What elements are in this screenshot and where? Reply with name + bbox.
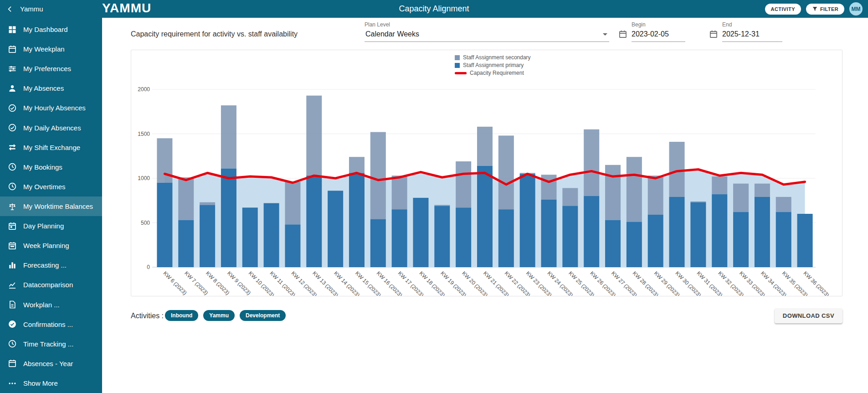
sidebar-item-label: My Shift Exchange — [23, 144, 80, 151]
calendar-icon[interactable] — [709, 30, 718, 39]
sidebar-item-my-weekplan[interactable]: My Weekplan — [0, 39, 102, 59]
end-date-input[interactable]: 2025-12-31 — [722, 28, 782, 42]
back-button[interactable] — [5, 4, 15, 14]
sidebar-item-confirmations[interactable]: Confirmations ... — [0, 315, 102, 334]
balance-icon — [8, 202, 17, 211]
legend-label: Staff Assignment primary — [463, 62, 524, 68]
sidebar-item-my-shift-exchange[interactable]: My Shift Exchange — [0, 138, 102, 157]
chart-card: Staff Assignment secondaryStaff Assignme… — [131, 50, 842, 296]
bar-primary — [242, 207, 258, 267]
bar-secondary — [392, 176, 407, 209]
activities-label: Activities : — [131, 312, 164, 320]
preferences-icon — [8, 64, 17, 73]
filter-button[interactable]: FILTER — [806, 4, 844, 15]
sidebar-item-my-preferences[interactable]: My Preferences — [0, 59, 102, 78]
activity-button[interactable]: ACTIVITY — [765, 4, 801, 15]
avatar[interactable]: MM — [849, 2, 863, 16]
calendar-icon — [8, 45, 17, 54]
line-chart-icon — [8, 280, 17, 290]
sidebar-item-my-bookings[interactable]: My Bookings — [0, 157, 102, 177]
bar-primary — [306, 176, 322, 267]
sidebar-item-label: My Bookings — [23, 163, 62, 171]
sidebar-item-my-dashboard[interactable]: My Dashboard — [0, 20, 102, 39]
bar-primary — [498, 209, 514, 267]
end-label: End — [722, 21, 782, 28]
chart-description: Capacity requirement for activity vs. st… — [131, 30, 298, 38]
bar-secondary — [690, 202, 706, 202]
legend-label: Capacity Requirement — [470, 70, 524, 76]
activity-button-label: ACTIVITY — [771, 6, 795, 12]
bar-secondary — [434, 205, 450, 206]
sidebar-item-workplan[interactable]: Workplan ... — [0, 295, 102, 315]
bar-secondary — [669, 142, 685, 197]
bar-secondary — [733, 184, 749, 212]
badge-check-icon — [8, 320, 17, 329]
svg-text:500: 500 — [141, 220, 150, 226]
bar-primary — [648, 215, 663, 267]
sidebar-item-show-more[interactable]: Show More — [0, 373, 102, 393]
sidebar-item-datacomparison[interactable]: Datacomparison — [0, 275, 102, 295]
bar-primary — [712, 194, 727, 267]
activity-chip-yammu[interactable]: Yammu — [203, 310, 235, 321]
bar-chart-icon — [8, 261, 17, 270]
appbar-actions: ACTIVITY FILTER MM — [765, 2, 868, 16]
sidebar: My DashboardMy WeekplanMy PreferencesMy … — [0, 18, 102, 393]
sidebar-item-absences-year[interactable]: Absences - Year — [0, 354, 102, 373]
legend-label: Staff Assignment secondary — [463, 54, 531, 61]
app-bar: Yammu YAMMU Capacity Alignment ACTIVITY … — [0, 0, 868, 18]
download-csv-button[interactable]: DOWNLOAD CSV — [775, 308, 842, 323]
sidebar-item-my-hourly-absences[interactable]: My Hourly Absences — [0, 98, 102, 118]
plan-level-select[interactable]: Plan Level Calendar Weeks — [365, 21, 609, 42]
sidebar-item-label: Forecasting ... — [23, 261, 67, 269]
bar-primary — [797, 214, 813, 267]
app-logo: YAMMU — [102, 2, 151, 15]
begin-date-field: Begin 2023-02-05 — [618, 21, 685, 42]
sidebar-item-label: My Preferences — [23, 65, 71, 72]
sidebar-item-my-daily-absences[interactable]: My Daily Absences — [0, 118, 102, 138]
filter-button-label: FILTER — [820, 6, 838, 12]
svg-text:2000: 2000 — [138, 86, 150, 93]
bar-primary — [690, 202, 706, 267]
sidebar-app-name: Yammu — [20, 5, 43, 13]
activity-chip-inbound[interactable]: Inbound — [165, 310, 198, 321]
bar-primary — [200, 205, 215, 268]
sidebar-item-label: Datacomparison — [23, 281, 73, 289]
chevron-left-icon — [5, 5, 15, 14]
bar-secondary — [541, 175, 557, 200]
bar-primary — [477, 166, 493, 267]
sidebar-item-my-worktime-balances[interactable]: My Worktime Balances — [0, 196, 102, 216]
bar-secondary — [221, 105, 236, 168]
sidebar-item-time-tracking[interactable]: Time Tracking ... — [0, 334, 102, 354]
document-icon — [8, 300, 17, 309]
bar-primary — [285, 224, 300, 267]
legend-item: Staff Assignment primary — [455, 62, 531, 68]
svg-text:0: 0 — [147, 264, 150, 270]
bar-secondary — [200, 202, 215, 205]
bar-secondary — [776, 197, 791, 212]
sidebar-item-my-overtimes[interactable]: My Overtimes — [0, 177, 102, 196]
calendar-icon[interactable] — [618, 30, 627, 39]
clock-icon — [8, 182, 17, 191]
sidebar-item-label: My Worktime Balances — [23, 202, 93, 210]
bar-primary — [733, 212, 749, 267]
sidebar-item-label: My Dashboard — [23, 26, 68, 33]
bar-primary — [562, 206, 578, 267]
activity-chip-development[interactable]: Development — [240, 310, 286, 321]
begin-date-input[interactable]: 2023-02-05 — [632, 28, 685, 42]
bar-primary — [584, 196, 599, 267]
bar-secondary — [370, 132, 386, 219]
bar-secondary — [285, 182, 300, 225]
sidebar-item-my-absences[interactable]: My Absences — [0, 78, 102, 98]
sidebar-item-label: Workplan ... — [23, 301, 60, 309]
sidebar-item-day-planning[interactable]: Day Planning — [0, 216, 102, 236]
sidebar-item-label: Show More — [23, 379, 58, 387]
calendar-week-icon — [8, 241, 17, 250]
bar-primary — [776, 212, 791, 267]
sidebar-nav: My DashboardMy WeekplanMy PreferencesMy … — [0, 18, 102, 393]
bar-secondary — [477, 127, 493, 166]
sidebar-item-week-planning[interactable]: Week Planning — [0, 236, 102, 255]
bar-secondary — [498, 135, 514, 209]
bar-secondary — [306, 96, 322, 176]
bar-secondary — [178, 177, 194, 220]
sidebar-item-forecasting[interactable]: Forecasting ... — [0, 255, 102, 275]
